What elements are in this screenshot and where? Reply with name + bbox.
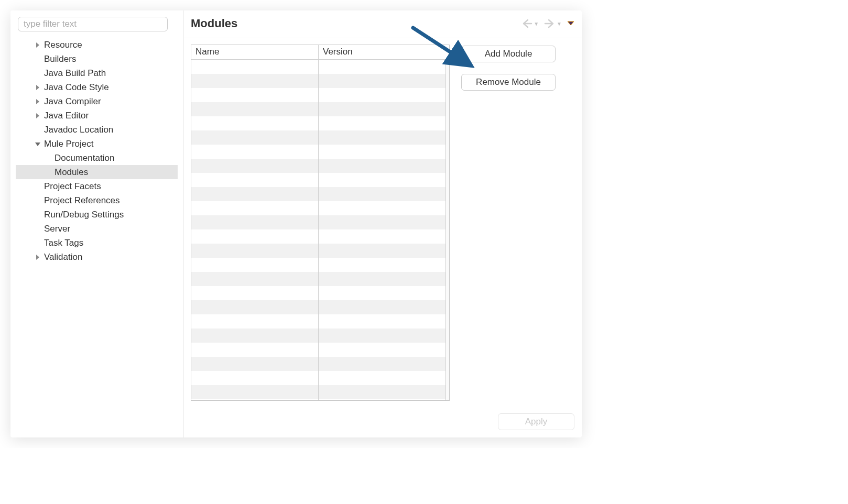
table-row[interactable] xyxy=(191,215,318,229)
tree-item-server[interactable]: Server xyxy=(16,222,178,236)
table-row[interactable] xyxy=(319,229,445,244)
tree-item-label: Java Build Path xyxy=(44,68,106,79)
sidebar: ResourceBuildersJava Build PathJava Code… xyxy=(10,10,183,437)
filter-input[interactable] xyxy=(18,17,168,31)
table-row[interactable] xyxy=(191,102,318,116)
tree-item-java-compiler[interactable]: Java Compiler xyxy=(16,94,178,108)
category-tree: ResourceBuildersJava Build PathJava Code… xyxy=(16,38,178,432)
table-row[interactable] xyxy=(191,300,318,314)
table-row[interactable] xyxy=(191,258,318,272)
tree-item-label: Server xyxy=(44,224,70,234)
page-title: Modules xyxy=(191,17,237,30)
table-row[interactable] xyxy=(191,229,318,244)
table-row[interactable] xyxy=(319,102,445,116)
tree-item-run-debug-settings[interactable]: Run/Debug Settings xyxy=(16,207,178,222)
tree-item-mule-project[interactable]: Mule Project xyxy=(16,137,178,151)
tree-item-java-editor[interactable]: Java Editor xyxy=(16,108,178,123)
table-row[interactable] xyxy=(319,159,445,173)
table-row[interactable] xyxy=(191,343,318,357)
tree-item-project-references[interactable]: Project References xyxy=(16,193,178,207)
table-row[interactable] xyxy=(191,371,318,385)
table-row[interactable] xyxy=(319,314,445,328)
table-row[interactable] xyxy=(319,116,445,130)
table-row[interactable] xyxy=(191,130,318,145)
arrow-left-icon xyxy=(521,18,532,29)
tree-item-label: Task Tags xyxy=(44,238,83,248)
tree-item-label: Modules xyxy=(55,167,88,178)
table-row[interactable] xyxy=(191,145,318,159)
remove-module-button[interactable]: Remove Module xyxy=(461,74,556,91)
tree-item-label: Builders xyxy=(44,54,76,64)
table-row[interactable] xyxy=(319,244,445,258)
tree-item-task-tags[interactable]: Task Tags xyxy=(16,236,178,250)
chevron-down-icon: ▼ xyxy=(557,21,562,27)
table-row[interactable] xyxy=(319,258,445,272)
table-body xyxy=(191,60,449,400)
table-row[interactable] xyxy=(319,74,445,88)
table-row[interactable] xyxy=(191,60,318,74)
version-column-body xyxy=(319,60,446,400)
table-row[interactable] xyxy=(319,145,445,159)
chevron-right-icon xyxy=(35,254,41,260)
table-row[interactable] xyxy=(191,187,318,201)
tree-item-label: Documentation xyxy=(55,153,114,163)
table-row[interactable] xyxy=(319,173,445,187)
chevron-down-icon: ▼ xyxy=(534,21,539,27)
tree-item-javadoc-location[interactable]: Javadoc Location xyxy=(16,123,178,137)
table-row[interactable] xyxy=(191,272,318,286)
tree-item-resource[interactable]: Resource xyxy=(16,38,178,52)
table-row[interactable] xyxy=(319,385,445,399)
table-row[interactable] xyxy=(319,88,445,102)
chevron-right-icon xyxy=(35,113,41,119)
tree-item-label: Java Code Style xyxy=(44,82,109,93)
tree-item-label: Mule Project xyxy=(44,139,93,149)
tree-item-java-build-path[interactable]: Java Build Path xyxy=(16,66,178,80)
table-row[interactable] xyxy=(319,130,445,145)
page-body: Name Version Add Module Remove Module xyxy=(183,38,582,408)
tree-item-project-facets[interactable]: Project Facets xyxy=(16,179,178,193)
table-row[interactable] xyxy=(191,88,318,102)
table-row[interactable] xyxy=(319,60,445,74)
tree-item-label: Project Facets xyxy=(44,181,101,192)
table-row[interactable] xyxy=(191,74,318,88)
view-menu-icon[interactable] xyxy=(567,21,574,26)
table-row[interactable] xyxy=(191,357,318,371)
arrow-right-icon xyxy=(544,18,556,29)
table-row[interactable] xyxy=(191,159,318,173)
scrollbar[interactable] xyxy=(446,60,449,400)
table-row[interactable] xyxy=(319,343,445,357)
table-row[interactable] xyxy=(319,286,445,300)
tree-item-label: Validation xyxy=(44,252,82,262)
table-row[interactable] xyxy=(191,173,318,187)
tree-item-validation[interactable]: Validation xyxy=(16,250,178,264)
table-row[interactable] xyxy=(319,371,445,385)
column-name[interactable]: Name xyxy=(191,45,319,59)
table-row[interactable] xyxy=(319,272,445,286)
table-row[interactable] xyxy=(319,357,445,371)
table-row[interactable] xyxy=(191,244,318,258)
table-row[interactable] xyxy=(319,328,445,343)
add-module-button[interactable]: Add Module xyxy=(461,46,556,62)
table-row[interactable] xyxy=(319,300,445,314)
tree-item-java-code-style[interactable]: Java Code Style xyxy=(16,80,178,94)
table-row[interactable] xyxy=(319,215,445,229)
tree-item-builders[interactable]: Builders xyxy=(16,52,178,66)
page-header: Modules ▼ ▼ xyxy=(183,10,582,38)
nav-back[interactable]: ▼ xyxy=(521,18,539,29)
column-version[interactable]: Version xyxy=(319,45,449,59)
table-row[interactable] xyxy=(191,385,318,399)
tree-item-label: Java Editor xyxy=(44,111,89,121)
nav-forward[interactable]: ▼ xyxy=(544,18,562,29)
table-row[interactable] xyxy=(191,328,318,343)
table-row[interactable] xyxy=(191,314,318,328)
table-row[interactable] xyxy=(191,201,318,215)
tree-item-modules[interactable]: Modules xyxy=(16,165,178,179)
header-nav: ▼ ▼ xyxy=(521,18,574,29)
tree-item-label: Project References xyxy=(44,195,120,206)
table-row[interactable] xyxy=(191,286,318,300)
table-row[interactable] xyxy=(319,201,445,215)
tree-item-documentation[interactable]: Documentation xyxy=(16,151,178,165)
table-row[interactable] xyxy=(191,116,318,130)
table-row[interactable] xyxy=(319,187,445,201)
apply-button[interactable]: Apply xyxy=(498,413,574,430)
